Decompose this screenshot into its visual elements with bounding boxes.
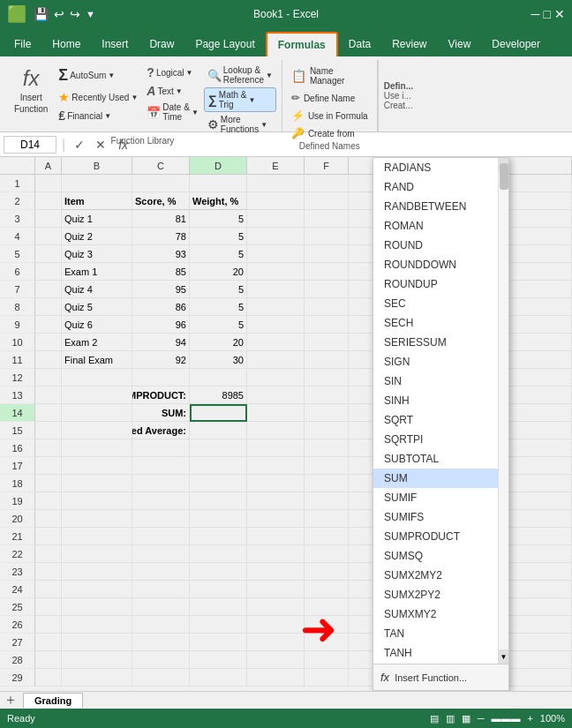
cell-b21[interactable] — [62, 528, 132, 545]
cell-c9[interactable]: 96 — [132, 316, 190, 334]
cell-d17[interactable] — [190, 457, 247, 475]
cell-e21[interactable] — [247, 528, 305, 545]
cell-d25[interactable] — [190, 598, 247, 616]
page-layout-icon[interactable]: ▥ — [446, 713, 455, 724]
cell-c21[interactable] — [132, 528, 190, 545]
tab-draw[interactable]: Draw — [139, 32, 184, 56]
cell-d4[interactable]: 5 — [190, 228, 247, 245]
cell-f19[interactable] — [305, 492, 349, 510]
cell-e19[interactable] — [247, 492, 305, 510]
cell-e16[interactable] — [247, 439, 305, 457]
cell-c23[interactable] — [132, 563, 190, 581]
tab-developer[interactable]: Developer — [481, 32, 551, 56]
cell-f7[interactable] — [305, 281, 349, 298]
cell-d3[interactable]: 5 — [190, 210, 247, 228]
cell-e11[interactable] — [247, 351, 305, 369]
dropdown-item-sqrt[interactable]: SQRT — [373, 410, 508, 430]
datetime-button[interactable]: 📅 Date &Time ▼ — [143, 101, 202, 124]
cell-e13[interactable] — [247, 387, 305, 404]
cell-e22[interactable] — [247, 545, 305, 563]
dropdown-item-sumx2my2[interactable]: SUMX2MY2 — [373, 566, 508, 585]
sheet-tab-grading[interactable]: Grading — [23, 693, 83, 708]
page-break-icon[interactable]: ▦ — [462, 713, 470, 724]
col-header-a[interactable]: A — [35, 157, 62, 174]
cell-a13[interactable] — [35, 387, 62, 404]
dropdown-item-sumx2py2[interactable]: SUMX2PY2 — [373, 585, 508, 604]
normal-view-icon[interactable]: ▤ — [430, 713, 439, 724]
cell-d11[interactable]: 30 — [190, 351, 247, 369]
cell-b6[interactable]: Exam 1 — [62, 263, 132, 281]
cell-d6[interactable]: 20 — [190, 263, 247, 281]
cell-c22[interactable] — [132, 545, 190, 563]
cell-b24[interactable] — [62, 581, 132, 598]
cell-b1[interactable] — [62, 175, 132, 192]
cell-b25[interactable] — [62, 598, 132, 616]
cell-a15[interactable] — [35, 422, 62, 439]
cell-f29[interactable] — [305, 669, 349, 687]
cell-a22[interactable] — [35, 545, 62, 563]
cell-f14[interactable] — [305, 404, 349, 422]
insert-function-footer-button[interactable]: fx Insert Function... — [373, 664, 508, 690]
cell-d21[interactable] — [190, 528, 247, 545]
cell-c15[interactable]: Weighted Average: — [132, 422, 190, 439]
cell-a24[interactable] — [35, 581, 62, 598]
cell-a8[interactable] — [35, 298, 62, 316]
tab-insert[interactable]: Insert — [91, 32, 139, 56]
cell-c11[interactable]: 92 — [132, 351, 190, 369]
more-functions-button[interactable]: ⚙ MoreFunctions ▼ — [204, 113, 276, 136]
cell-d2[interactable]: Weight, % — [190, 192, 247, 210]
cell-c20[interactable] — [132, 510, 190, 528]
cell-c13[interactable]: SUMPRODUCT: — [132, 387, 190, 404]
cell-e3[interactable] — [247, 210, 305, 228]
cell-e25[interactable] — [247, 598, 305, 616]
cell-d16[interactable] — [190, 439, 247, 457]
recently-used-button[interactable]: ★ Recently Used ▼ — [55, 88, 141, 106]
tab-file[interactable]: File — [4, 32, 41, 56]
cell-c7[interactable]: 95 — [132, 281, 190, 298]
cell-e7[interactable] — [247, 281, 305, 298]
cell-b13[interactable] — [62, 387, 132, 404]
cell-b27[interactable] — [62, 634, 132, 651]
tab-data[interactable]: Data — [338, 32, 381, 56]
cell-e26[interactable] — [247, 616, 305, 634]
cell-b12[interactable] — [62, 369, 132, 387]
cell-e24[interactable] — [247, 581, 305, 598]
cell-b20[interactable] — [62, 510, 132, 528]
zoom-minus-icon[interactable]: ─ — [478, 713, 485, 724]
add-sheet-button[interactable]: ＋ — [4, 691, 18, 709]
cell-a7[interactable] — [35, 281, 62, 298]
cell-e15[interactable] — [247, 422, 305, 439]
scrollbar-thumb[interactable] — [500, 163, 508, 190]
cell-d8[interactable]: 5 — [190, 298, 247, 316]
check-icon[interactable]: ✓ — [71, 138, 88, 152]
cancel-icon[interactable]: ✕ — [92, 138, 109, 152]
cell-e9[interactable] — [247, 316, 305, 334]
col-header-e[interactable]: E — [247, 157, 305, 174]
cell-b26[interactable] — [62, 616, 132, 634]
cell-b16[interactable] — [62, 439, 132, 457]
cell-f8[interactable] — [305, 298, 349, 316]
logical-button[interactable]: ? Logical ▼ — [143, 64, 202, 81]
cell-d19[interactable] — [190, 492, 247, 510]
cell-a12[interactable] — [35, 369, 62, 387]
cell-a17[interactable] — [35, 457, 62, 475]
cell-f17[interactable] — [305, 457, 349, 475]
cell-d1[interactable] — [190, 175, 247, 192]
cell-d23[interactable] — [190, 563, 247, 581]
cell-e10[interactable] — [247, 334, 305, 351]
cell-f9[interactable] — [305, 316, 349, 334]
cell-d20[interactable] — [190, 510, 247, 528]
math-trig-button[interactable]: ∑ Math &Trig ▼ — [204, 87, 276, 112]
cell-c12[interactable] — [132, 369, 190, 387]
cell-c6[interactable]: 85 — [132, 263, 190, 281]
cell-c3[interactable]: 81 — [132, 210, 190, 228]
tab-home[interactable]: Home — [41, 32, 91, 56]
cell-e17[interactable] — [247, 457, 305, 475]
cell-reference-box[interactable]: D14 — [4, 136, 56, 154]
dropdown-item-sin[interactable]: SIN — [373, 372, 508, 391]
cell-a23[interactable] — [35, 563, 62, 581]
cell-f5[interactable] — [305, 245, 349, 263]
cell-c24[interactable] — [132, 581, 190, 598]
cell-f15[interactable] — [305, 422, 349, 439]
cell-b29[interactable] — [62, 669, 132, 687]
